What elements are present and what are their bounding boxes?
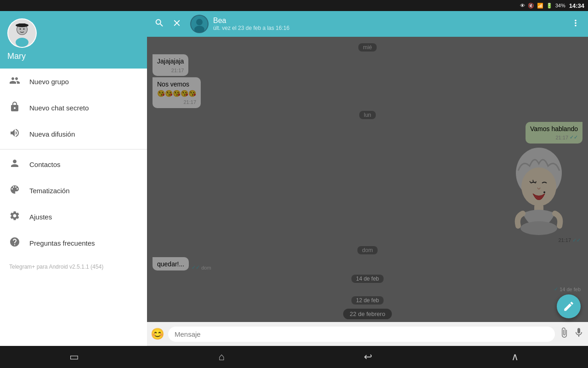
battery-icon: 🔋 [546,3,553,9]
message-input[interactable] [168,327,555,342]
chat-overlay [147,37,588,322]
lock-icon [9,101,22,115]
chat-info[interactable]: Bea últ. vez el 23 de feb a las 16:16 [213,17,567,31]
messages-area[interactable]: mié Jajajajaja 21:17 Nos vemos 😘😘😘😘😘 [147,37,588,322]
help-icon [9,236,22,250]
grupo-icon [9,75,22,88]
sidebar-item-tematizacion[interactable]: Tematización [0,178,147,204]
bottom-bar: ▭ ⌂ ↩ ∧ [0,346,588,368]
contact-avatar[interactable] [190,15,209,33]
sidebar-username: Mary [7,52,140,61]
ajustes-label: Ajustes [29,213,52,221]
close-button[interactable] [168,14,186,34]
contact-name: Bea [213,17,567,25]
emoji-button[interactable]: 😊 [151,328,164,340]
svg-rect-4 [18,23,26,27]
tematizacion-label: Tematización [29,187,70,195]
settings-icon [9,210,22,224]
nuevo-grupo-label: Nuevo grupo [29,78,69,86]
sidebar-header: Mary [0,11,147,69]
svg-point-7 [16,38,28,47]
input-area: 😊 [147,322,588,346]
edit-icon [563,300,575,312]
chat-secreto-label: Nuevo chat secreto [29,104,89,112]
sidebar-item-ajustes[interactable]: Ajustes [0,204,147,230]
mute-icon: 🔇 [528,3,534,9]
theme-icon [9,184,22,197]
battery-percent: 34% [555,3,565,8]
contact-icon [9,158,22,171]
attach-button[interactable] [559,327,570,341]
wifi-icon: 📶 [537,3,543,9]
chat-header: Bea últ. vez el 23 de feb a las 16:16 [147,11,588,37]
sidebar-item-difusion[interactable]: Nueva difusión [0,121,147,147]
faq-label: Preguntas frecuentes [29,239,95,247]
up-button[interactable]: ∧ [511,351,519,363]
back-button[interactable]: ↩ [364,351,372,363]
contactos-label: Contactos [29,161,61,168]
version-text: Telegram+ para Android v2.5.1.1 (454) [0,256,147,277]
avatar [7,18,37,48]
sidebar-menu: Nuevo grupo Nuevo chat secreto Nue [0,69,147,346]
sidebar-divider [0,149,147,150]
search-button[interactable] [151,14,168,34]
sidebar: Mary Nuevo grupo Nuevo chat sec [0,11,147,346]
home-button[interactable]: ⌂ [218,351,224,363]
difusion-label: Nueva difusión [29,130,75,138]
more-options-button[interactable] [567,14,584,34]
main-layout: Mary Nuevo grupo Nuevo chat sec [0,11,588,346]
eye-icon: 👁 [520,3,525,8]
sidebar-item-contactos[interactable]: Contactos [0,151,147,178]
status-bar: 👁 🔇 📶 🔋 34% 14:34 [0,0,588,11]
svg-point-6 [23,29,25,30]
contact-status: últ. vez el 23 de feb a las 16:16 [213,25,567,31]
status-time: 14:34 [569,2,584,9]
svg-point-9 [196,19,203,25]
sidebar-item-chat-secreto[interactable]: Nuevo chat secreto [0,95,147,121]
svg-point-5 [20,29,21,30]
broadcast-icon [9,127,22,141]
compose-fab[interactable] [557,294,581,318]
sidebar-item-faq[interactable]: Preguntas frecuentes [0,230,147,256]
recent-apps-button[interactable]: ▭ [69,351,79,363]
status-icons: 👁 🔇 📶 🔋 34% [520,3,565,9]
chat-area: Bea últ. vez el 23 de feb a las 16:16 mi… [147,11,588,346]
mic-button[interactable] [573,327,584,341]
sidebar-item-nuevo-grupo[interactable]: Nuevo grupo [0,69,147,95]
